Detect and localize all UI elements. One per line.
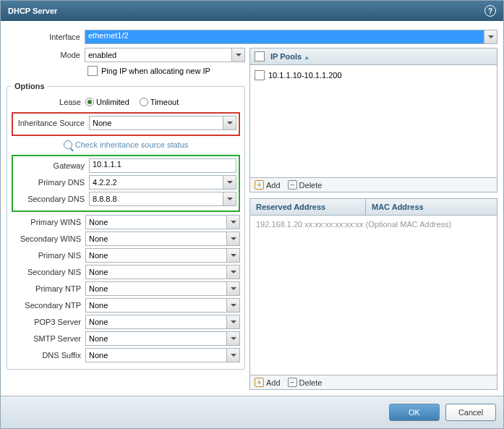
sort-icon bbox=[302, 52, 309, 61]
radio-icon bbox=[85, 98, 94, 106]
secondary-dns-select[interactable]: 8.8.8.8 bbox=[89, 192, 223, 206]
ping-ip-checkbox[interactable] bbox=[87, 66, 98, 76]
dropdown-icon[interactable] bbox=[227, 348, 240, 362]
dns-gateway-highlight: Gateway 10.1.1.1 Primary DNS 4.2.2.2 Sec… bbox=[12, 155, 240, 212]
smtp-select[interactable]: None bbox=[85, 331, 227, 346]
lease-unlimited-radio[interactable]: Unlimited bbox=[85, 98, 129, 106]
lease-row: Lease Unlimited Timeout bbox=[12, 98, 240, 106]
ip-pool-checkbox[interactable] bbox=[255, 70, 265, 80]
minus-icon: − bbox=[288, 378, 297, 387]
dropdown-icon[interactable] bbox=[227, 232, 240, 246]
ip-pools-add-button[interactable]: +Add bbox=[255, 180, 281, 190]
options-legend: Options bbox=[12, 82, 48, 90]
plus-icon: + bbox=[255, 378, 264, 387]
primary-dns-row: Primary DNS 4.2.2.2 bbox=[15, 175, 236, 190]
dropdown-icon[interactable] bbox=[227, 298, 240, 313]
primary-wins-select[interactable]: None bbox=[85, 215, 227, 229]
reserved-panel: Reserved Address MAC Address 192.168.1.2… bbox=[249, 198, 497, 390]
dialog-title: DHCP Server bbox=[8, 7, 57, 15]
ok-button[interactable]: OK bbox=[389, 404, 440, 421]
reserved-add-button[interactable]: +Add bbox=[255, 378, 281, 387]
reserved-body: 192.168.1.20 xx:xx:xx:xx:xx:xx (Optional… bbox=[250, 216, 497, 375]
primary-nis-select[interactable]: None bbox=[85, 248, 227, 263]
primary-ntp-select[interactable]: None bbox=[85, 281, 227, 296]
secondary-ntp-select[interactable]: None bbox=[85, 298, 227, 313]
button-bar: OK Cancel bbox=[1, 396, 503, 428]
minus-icon: − bbox=[288, 180, 297, 190]
ip-pools-delete-button[interactable]: −Delete bbox=[288, 180, 323, 190]
options-fieldset: Options Lease Unlimited Timeout bbox=[7, 82, 245, 370]
dropdown-icon[interactable] bbox=[223, 175, 236, 190]
dropdown-icon[interactable] bbox=[227, 315, 240, 329]
inheritance-row: Inheritance Source None bbox=[15, 116, 236, 130]
inheritance-label: Inheritance Source bbox=[15, 119, 89, 127]
inheritance-dropdown-icon[interactable] bbox=[223, 116, 236, 130]
right-column: IP Pools 10.1.1.10-10.1.1.200 +Add −Dele… bbox=[249, 48, 497, 390]
secondary-dns-row: Secondary DNS 8.8.8.8 bbox=[15, 192, 236, 206]
cancel-button[interactable]: Cancel bbox=[445, 404, 496, 421]
interface-label: Interface bbox=[7, 33, 85, 41]
dialog-body: Interface ethernet1/2 Mode enabled Ping … bbox=[1, 21, 503, 396]
secondary-nis-select[interactable]: None bbox=[85, 265, 227, 279]
reserved-address-col[interactable]: Reserved Address bbox=[250, 199, 366, 215]
check-inheritance-link[interactable]: Check inheritance source status bbox=[12, 140, 240, 149]
reserved-footer: +Add −Delete bbox=[250, 375, 497, 389]
ip-pools-panel: IP Pools 10.1.1.10-10.1.1.200 +Add −Dele… bbox=[249, 48, 497, 192]
help-icon[interactable]: ? bbox=[484, 5, 496, 17]
radio-icon bbox=[140, 98, 148, 106]
mode-select[interactable]: enabled bbox=[85, 48, 232, 62]
dropdown-icon[interactable] bbox=[227, 215, 240, 229]
titlebar: DHCP Server ? bbox=[1, 1, 503, 21]
lease-label: Lease bbox=[12, 98, 85, 106]
primary-dns-select[interactable]: 4.2.2.2 bbox=[89, 175, 223, 190]
gateway-row: Gateway 10.1.1.1 bbox=[15, 158, 236, 173]
pop3-select[interactable]: None bbox=[85, 315, 227, 329]
ip-pools-select-all-checkbox[interactable] bbox=[255, 51, 265, 61]
mode-row: Mode enabled bbox=[7, 48, 245, 62]
gateway-input[interactable]: 10.1.1.1 bbox=[89, 158, 236, 173]
mode-label: Mode bbox=[7, 51, 85, 59]
ip-pools-body: 10.1.1.10-10.1.1.200 bbox=[250, 65, 497, 177]
reserved-delete-button[interactable]: −Delete bbox=[288, 378, 323, 387]
interface-input[interactable]: ethernet1/2 bbox=[85, 30, 484, 44]
interface-dropdown-icon[interactable] bbox=[484, 30, 497, 44]
ip-pools-footer: +Add −Delete bbox=[250, 177, 497, 192]
lease-timeout-radio[interactable]: Timeout bbox=[140, 98, 179, 106]
plus-icon: + bbox=[255, 180, 264, 190]
interface-row: Interface ethernet1/2 bbox=[7, 30, 497, 44]
dropdown-icon[interactable] bbox=[223, 192, 236, 206]
inheritance-select[interactable]: None bbox=[89, 116, 223, 130]
inheritance-highlight: Inheritance Source None bbox=[12, 112, 240, 136]
dropdown-icon[interactable] bbox=[227, 331, 240, 346]
reserved-header: Reserved Address MAC Address bbox=[250, 199, 497, 216]
dropdown-icon[interactable] bbox=[227, 248, 240, 263]
secondary-wins-select[interactable]: None bbox=[85, 232, 227, 246]
dhcp-server-dialog: DHCP Server ? Interface ethernet1/2 Mode… bbox=[0, 0, 504, 429]
magnifier-icon bbox=[64, 140, 72, 149]
dropdown-icon[interactable] bbox=[227, 281, 240, 296]
dropdown-icon[interactable] bbox=[227, 265, 240, 279]
mac-address-col[interactable]: MAC Address bbox=[366, 199, 497, 215]
two-column-layout: Mode enabled Ping IP when allocating new… bbox=[7, 48, 497, 390]
left-column: Mode enabled Ping IP when allocating new… bbox=[7, 48, 245, 390]
ping-ip-row: Ping IP when allocating new IP bbox=[87, 66, 245, 76]
ping-ip-label: Ping IP when allocating new IP bbox=[101, 67, 210, 75]
ip-pool-row[interactable]: 10.1.1.10-10.1.1.200 bbox=[253, 68, 494, 82]
ip-pools-header[interactable]: IP Pools bbox=[250, 48, 497, 65]
dns-suffix-select[interactable]: None bbox=[85, 348, 227, 362]
mode-dropdown-icon[interactable] bbox=[232, 48, 245, 62]
